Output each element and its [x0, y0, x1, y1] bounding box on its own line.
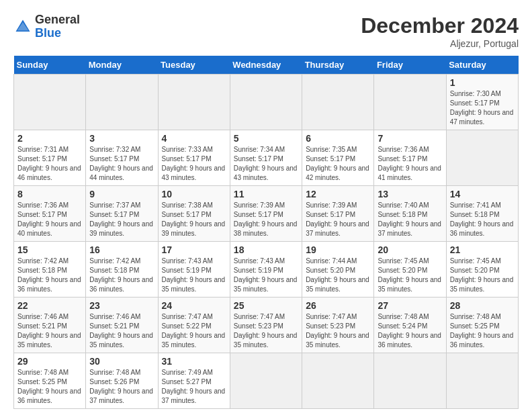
day-number: 3: [89, 133, 154, 144]
day-number: 29: [17, 356, 82, 367]
day-number: 10: [162, 189, 226, 199]
calendar-cell: 15Sunrise: 7:42 AMSunset: 5:18 PMDayligh…: [14, 242, 86, 298]
day-info: Sunrise: 7:46 AMSunset: 5:21 PMDaylight:…: [17, 313, 81, 349]
day-number: 4: [162, 133, 226, 144]
calendar-cell: 2Sunrise: 7:31 AMSunset: 5:17 PMDaylight…: [14, 130, 86, 186]
day-number: 19: [306, 244, 370, 255]
day-info: Sunrise: 7:42 AMSunset: 5:18 PMDaylight:…: [17, 257, 81, 293]
day-number: 21: [450, 244, 515, 255]
calendar-cell: 29Sunrise: 7:48 AMSunset: 5:25 PMDayligh…: [14, 353, 86, 409]
day-number: 28: [450, 300, 515, 311]
day-number: 26: [306, 300, 370, 311]
week-row-4: 15Sunrise: 7:42 AMSunset: 5:18 PMDayligh…: [14, 242, 519, 298]
calendar-cell: 16Sunrise: 7:42 AMSunset: 5:18 PMDayligh…: [86, 242, 158, 298]
week-row-1: 1Sunrise: 7:30 AMSunset: 5:17 PMDaylight…: [14, 75, 519, 130]
weekday-header-monday: Monday: [86, 56, 158, 75]
weekday-header-thursday: Thursday: [302, 56, 374, 75]
week-row-2: 2Sunrise: 7:31 AMSunset: 5:17 PMDaylight…: [14, 130, 519, 186]
weekday-header-friday: Friday: [374, 56, 446, 75]
calendar-cell: 6Sunrise: 7:35 AMSunset: 5:17 PMDaylight…: [302, 130, 374, 186]
logo: General Blue: [13, 13, 80, 40]
day-info: Sunrise: 7:43 AMSunset: 5:19 PMDaylight:…: [234, 257, 298, 293]
calendar-cell: 21Sunrise: 7:45 AMSunset: 5:20 PMDayligh…: [446, 242, 518, 298]
logo-text: General Blue: [35, 13, 80, 40]
calendar-table: SundayMondayTuesdayWednesdayThursdayFrid…: [13, 56, 519, 409]
day-info: Sunrise: 7:42 AMSunset: 5:18 PMDaylight:…: [89, 257, 153, 293]
calendar-cell: 14Sunrise: 7:41 AMSunset: 5:18 PMDayligh…: [446, 186, 518, 242]
calendar-cell: 24Sunrise: 7:47 AMSunset: 5:22 PMDayligh…: [158, 298, 230, 353]
day-info: Sunrise: 7:39 AMSunset: 5:17 PMDaylight:…: [306, 201, 369, 237]
day-info: Sunrise: 7:46 AMSunset: 5:21 PMDaylight:…: [89, 313, 153, 349]
page-header: General Blue December 2024 Aljezur, Port…: [13, 13, 519, 49]
day-info: Sunrise: 7:33 AMSunset: 5:17 PMDaylight:…: [162, 146, 226, 181]
calendar-cell: 1Sunrise: 7:30 AMSunset: 5:17 PMDaylight…: [446, 75, 518, 130]
day-info: Sunrise: 7:49 AMSunset: 5:27 PMDaylight:…: [162, 369, 226, 404]
day-info: Sunrise: 7:40 AMSunset: 5:18 PMDaylight:…: [378, 201, 441, 237]
day-number: 13: [378, 189, 442, 199]
day-info: Sunrise: 7:31 AMSunset: 5:17 PMDaylight:…: [17, 146, 81, 181]
calendar-cell: [446, 353, 518, 409]
day-info: Sunrise: 7:43 AMSunset: 5:19 PMDaylight:…: [162, 257, 226, 293]
calendar-cell: [374, 75, 446, 130]
day-info: Sunrise: 7:48 AMSunset: 5:24 PMDaylight:…: [378, 313, 441, 349]
week-row-5: 22Sunrise: 7:46 AMSunset: 5:21 PMDayligh…: [14, 298, 519, 353]
day-number: 12: [306, 189, 370, 199]
calendar-cell: 25Sunrise: 7:47 AMSunset: 5:23 PMDayligh…: [230, 298, 302, 353]
day-number: 15: [17, 244, 82, 255]
day-info: Sunrise: 7:32 AMSunset: 5:17 PMDaylight:…: [89, 146, 153, 181]
week-row-3: 8Sunrise: 7:36 AMSunset: 5:17 PMDaylight…: [14, 186, 519, 242]
calendar-cell: [446, 130, 518, 186]
calendar-cell: 5Sunrise: 7:34 AMSunset: 5:17 PMDaylight…: [230, 130, 302, 186]
weekday-header-row: SundayMondayTuesdayWednesdayThursdayFrid…: [14, 56, 519, 75]
logo-icon: [13, 17, 32, 36]
day-info: Sunrise: 7:39 AMSunset: 5:17 PMDaylight:…: [234, 201, 298, 237]
calendar-cell: 30Sunrise: 7:48 AMSunset: 5:26 PMDayligh…: [86, 353, 158, 409]
calendar-cell: 8Sunrise: 7:36 AMSunset: 5:17 PMDaylight…: [14, 186, 86, 242]
calendar-cell: 18Sunrise: 7:43 AMSunset: 5:19 PMDayligh…: [230, 242, 302, 298]
day-info: Sunrise: 7:36 AMSunset: 5:17 PMDaylight:…: [17, 201, 81, 237]
calendar-cell: 17Sunrise: 7:43 AMSunset: 5:19 PMDayligh…: [158, 242, 230, 298]
calendar-cell: [158, 75, 230, 130]
calendar-cell: [230, 353, 302, 409]
calendar-cell: 10Sunrise: 7:38 AMSunset: 5:17 PMDayligh…: [158, 186, 230, 242]
day-number: 9: [89, 189, 154, 199]
day-number: 30: [89, 356, 154, 367]
calendar-cell: 26Sunrise: 7:47 AMSunset: 5:23 PMDayligh…: [302, 298, 374, 353]
day-info: Sunrise: 7:45 AMSunset: 5:20 PMDaylight:…: [450, 257, 514, 293]
day-info: Sunrise: 7:37 AMSunset: 5:17 PMDaylight:…: [89, 201, 153, 237]
calendar-cell: 22Sunrise: 7:46 AMSunset: 5:21 PMDayligh…: [14, 298, 86, 353]
weekday-header-saturday: Saturday: [446, 56, 518, 75]
calendar-cell: [374, 353, 446, 409]
day-info: Sunrise: 7:48 AMSunset: 5:25 PMDaylight:…: [450, 313, 514, 349]
day-number: 25: [234, 300, 298, 311]
title-block: December 2024 Aljezur, Portugal: [361, 13, 519, 49]
day-info: Sunrise: 7:45 AMSunset: 5:20 PMDaylight:…: [378, 257, 441, 293]
day-number: 1: [450, 77, 515, 88]
day-info: Sunrise: 7:41 AMSunset: 5:18 PMDaylight:…: [450, 201, 514, 237]
weekday-header-tuesday: Tuesday: [158, 56, 230, 75]
calendar-cell: [86, 75, 158, 130]
day-number: 18: [234, 244, 298, 255]
month-year: December 2024: [361, 13, 519, 38]
weekday-header-wednesday: Wednesday: [230, 56, 302, 75]
day-info: Sunrise: 7:44 AMSunset: 5:20 PMDaylight:…: [306, 257, 369, 293]
day-info: Sunrise: 7:48 AMSunset: 5:25 PMDaylight:…: [17, 369, 81, 404]
day-number: 27: [378, 300, 442, 311]
day-number: 16: [89, 244, 154, 255]
calendar-cell: 20Sunrise: 7:45 AMSunset: 5:20 PMDayligh…: [374, 242, 446, 298]
day-number: 7: [378, 133, 442, 144]
day-info: Sunrise: 7:48 AMSunset: 5:26 PMDaylight:…: [89, 369, 153, 404]
day-number: 17: [162, 244, 226, 255]
day-number: 31: [162, 356, 226, 367]
calendar-cell: 3Sunrise: 7:32 AMSunset: 5:17 PMDaylight…: [86, 130, 158, 186]
location: Aljezur, Portugal: [361, 38, 519, 49]
calendar-cell: 7Sunrise: 7:36 AMSunset: 5:17 PMDaylight…: [374, 130, 446, 186]
day-info: Sunrise: 7:36 AMSunset: 5:17 PMDaylight:…: [378, 146, 441, 181]
calendar-cell: [302, 353, 374, 409]
calendar-cell: 11Sunrise: 7:39 AMSunset: 5:17 PMDayligh…: [230, 186, 302, 242]
calendar-cell: [14, 75, 86, 130]
calendar-cell: [302, 75, 374, 130]
calendar-cell: 12Sunrise: 7:39 AMSunset: 5:17 PMDayligh…: [302, 186, 374, 242]
day-number: 11: [234, 189, 298, 199]
day-number: 6: [306, 133, 370, 144]
